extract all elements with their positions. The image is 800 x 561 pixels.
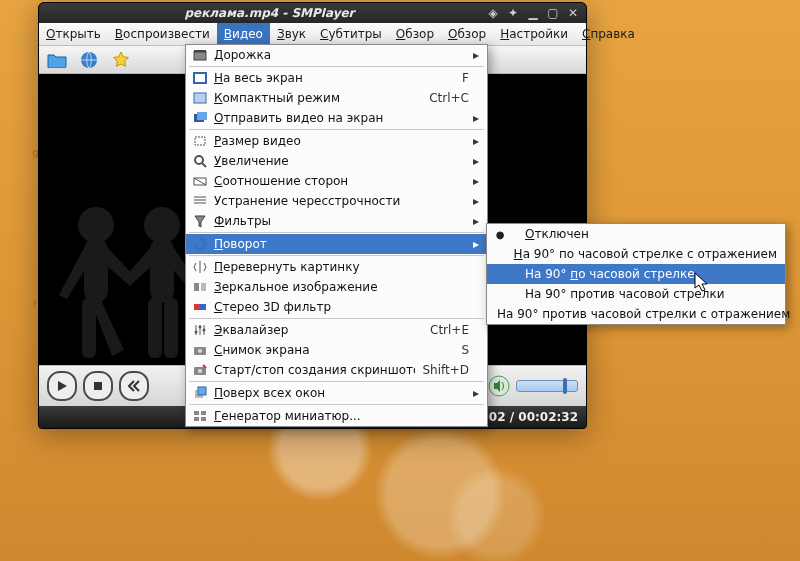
folder-open-icon[interactable]	[45, 50, 69, 70]
pin-icon[interactable]: ◈	[486, 6, 500, 20]
video-menu-ontop[interactable]: Поверх всех окон▸	[186, 383, 487, 403]
play-button[interactable]	[47, 371, 77, 401]
rewind-button[interactable]	[119, 371, 149, 401]
svg-rect-16	[195, 137, 205, 145]
shortcut-label: Shift+D	[415, 363, 469, 377]
menu-справка[interactable]: Справка	[575, 23, 642, 45]
menu-item-label: Соотношение сторон	[210, 174, 415, 188]
titlebar[interactable]: реклама.mp4 - SMPlayer ◈ ✦ ▁ ▢ ✕	[39, 3, 586, 23]
video-menu-shots[interactable]: Старт/стоп создания скриншотовShift+D	[186, 360, 487, 380]
submenu-item-label: Отключен	[521, 227, 777, 241]
globe-icon[interactable]	[77, 50, 101, 70]
close-icon[interactable]: ✕	[566, 6, 580, 20]
svg-rect-5	[150, 238, 174, 303]
separator	[189, 232, 484, 233]
menu-item-label: Дорожка	[210, 48, 415, 62]
maximize-icon[interactable]: ▢	[546, 6, 560, 20]
menu-звук[interactable]: Звук	[270, 23, 313, 45]
menu-настройки[interactable]: Настройки	[493, 23, 575, 45]
submenu-arrow-icon: ▸	[469, 134, 479, 148]
svg-point-17	[195, 156, 203, 164]
send-icon	[190, 108, 210, 128]
svg-rect-22	[201, 283, 206, 291]
menu-item-label: Старт/стоп создания скриншотов	[210, 363, 415, 377]
svg-rect-11	[194, 50, 206, 52]
menubar: ОткрытьВоспроизвестиВидеоЗвукСубтитрыОбз…	[39, 23, 586, 46]
menu-воспроизвести[interactable]: Воспроизвести	[108, 23, 217, 45]
minimize-icon[interactable]: ▁	[526, 6, 540, 20]
separator	[189, 255, 484, 256]
rotation-option-0[interactable]: ●Отключен	[487, 224, 785, 244]
separator	[189, 404, 484, 405]
video-menu-size[interactable]: Размер видео▸	[186, 131, 487, 151]
deint-icon	[190, 191, 210, 211]
video-menu-eq[interactable]: ЭквалайзерCtrl+E	[186, 320, 487, 340]
svg-line-20	[194, 178, 206, 185]
menu-item-label: Поверх всех окон	[210, 386, 415, 400]
rotation-option-2[interactable]: На 90° по часовой стрелке	[487, 264, 785, 284]
volume-slider[interactable]	[516, 380, 578, 392]
svg-line-18	[202, 163, 206, 167]
video-menu-filter[interactable]: Фильтры▸	[186, 211, 487, 231]
menu-item-label: Устранение чересстрочности	[210, 194, 415, 208]
menu-субтитры[interactable]: Субтитры	[313, 23, 389, 45]
svg-rect-13	[194, 93, 206, 103]
video-menu-mirror[interactable]: Зеркальное изображение	[186, 277, 487, 297]
svg-rect-8	[94, 382, 102, 390]
stop-button[interactable]	[83, 371, 113, 401]
video-menu-stereo3d[interactable]: Стерео 3D фильтр	[186, 297, 487, 317]
menu-item-label: Фильтры	[210, 214, 415, 228]
menu-обзор[interactable]: Обзор	[389, 23, 441, 45]
svg-point-26	[199, 326, 202, 329]
video-menu-compact[interactable]: Компактный режимCtrl+C	[186, 88, 487, 108]
mute-icon[interactable]	[488, 375, 510, 397]
rotation-option-3[interactable]: На 90° против часовой стрелки	[487, 284, 785, 304]
submenu-arrow-icon: ▸	[469, 386, 479, 400]
svg-point-4	[144, 207, 180, 243]
video-menu-fullscreen[interactable]: На весь экранF	[186, 68, 487, 88]
flip-icon	[190, 257, 210, 277]
menu-item-label: Зеркальное изображение	[210, 280, 415, 294]
rotation-option-4[interactable]: На 90° против часовой стрелки с отражени…	[487, 304, 785, 324]
mouse-cursor	[694, 272, 710, 294]
aspect-icon	[190, 171, 210, 191]
separator	[189, 129, 484, 130]
video-content-silhouette	[54, 190, 204, 365]
window-title: реклама.mp4 - SMPlayer	[59, 6, 480, 20]
submenu-arrow-icon: ▸	[469, 214, 479, 228]
separator	[189, 381, 484, 382]
menu-открыть[interactable]: Открыть	[39, 23, 108, 45]
menu-item-label: Размер видео	[210, 134, 415, 148]
star-icon[interactable]	[109, 50, 133, 70]
menu-видео[interactable]: Видео	[217, 23, 270, 45]
video-menu-dropdown: Дорожка▸На весь экранFКомпактный режимCt…	[185, 44, 488, 427]
video-menu-shot[interactable]: Снимок экранаS	[186, 340, 487, 360]
video-menu-send[interactable]: Отправить видео на экран▸	[186, 108, 487, 128]
desktop-background: g но реклама.mp4 - SMPlayer ◈ ✦ ▁ ▢ ✕ От…	[0, 0, 800, 561]
video-menu-zoom[interactable]: Увеличение▸	[186, 151, 487, 171]
video-menu-deint[interactable]: Устранение чересстрочности▸	[186, 191, 487, 211]
menu-item-label: Стерео 3D фильтр	[210, 300, 415, 314]
submenu-arrow-icon: ▸	[469, 174, 479, 188]
menu-icon[interactable]: ✦	[506, 6, 520, 20]
submenu-item-label: На 90° по часовой стрелке	[521, 267, 777, 281]
filter-icon	[190, 211, 210, 231]
menu-item-label: Генератор миниатюр...	[210, 409, 415, 423]
shortcut-label: S	[415, 343, 469, 357]
video-menu-thumbs[interactable]: Генератор миниатюр...	[186, 406, 487, 426]
svg-point-25	[195, 331, 198, 334]
menu-обзор[interactable]: Обзор	[441, 23, 493, 45]
rotation-option-1[interactable]: На 90° по часовой стрелке с отражением	[487, 244, 785, 264]
rotate-icon	[190, 234, 210, 254]
svg-point-31	[198, 369, 202, 373]
svg-point-1	[78, 207, 114, 243]
video-menu-track[interactable]: Дорожка▸	[186, 45, 487, 65]
svg-rect-7	[164, 298, 178, 358]
svg-rect-33	[198, 387, 206, 395]
ontop-icon	[190, 383, 210, 403]
menu-item-label: Перевернуть картинку	[210, 260, 415, 274]
video-menu-aspect[interactable]: Соотношение сторон▸	[186, 171, 487, 191]
video-menu-flip[interactable]: Перевернуть картинку	[186, 257, 487, 277]
video-menu-rotate[interactable]: Поворот▸	[186, 234, 487, 254]
svg-point-29	[198, 349, 202, 353]
